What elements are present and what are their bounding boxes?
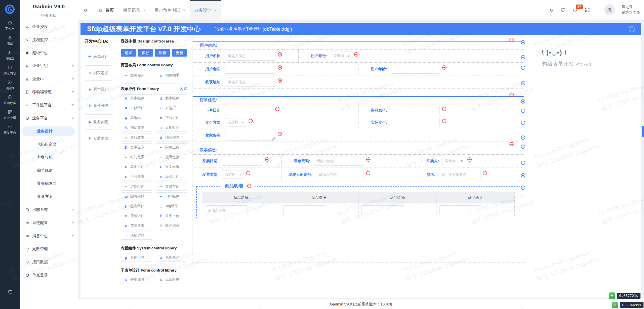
layout-component[interactable]: ↭ 栅格布局 (121, 71, 152, 80)
remove-field-icon[interactable] (467, 157, 472, 162)
remove-field-icon[interactable] (366, 171, 370, 175)
username-input[interactable] (225, 51, 275, 61)
phone-input[interactable] (225, 64, 275, 74)
action-button[interactable]: 保存 (138, 49, 153, 57)
paid-input[interactable] (391, 118, 440, 127)
row-remove-icon[interactable] (521, 99, 525, 104)
sidebar-item[interactable]: 流程监控 (20, 33, 78, 46)
row-remove-icon[interactable] (521, 55, 525, 59)
remove-detail-icon[interactable] (247, 184, 251, 188)
form-component[interactable]: ~ 进度组件 (121, 183, 152, 191)
action-button[interactable]: 更新 (172, 49, 187, 57)
rail-collapse-icon[interactable] (0, 289, 20, 295)
form-component[interactable]: ₢ Html控件 (156, 134, 187, 142)
app-logo[interactable] (4, 3, 16, 15)
sidebar-item[interactable]: 消息中心 (20, 229, 78, 242)
form-component[interactable]: ◑ 日期时间 (156, 124, 187, 132)
form-design-canvas[interactable]: 用户信息: 用户名称: 用户账号: 请选择 ∨ (192, 35, 526, 298)
tax-id-input[interactable] (316, 170, 364, 179)
invoice-code-input[interactable] (314, 156, 364, 166)
field-paid[interactable]: 实际支付: (358, 117, 524, 128)
form-component[interactable]: ≽ 签名组件 (121, 202, 152, 210)
subform-component[interactable]: § 添加附表 (156, 276, 187, 284)
sidebar-item[interactable]: 业务触发器 (20, 177, 78, 190)
rail-item[interactable]: 企业中枢 (4, 110, 16, 120)
row-remove-icon[interactable] (521, 66, 525, 70)
invoice-person-select[interactable]: 请选择 ∨ (442, 157, 465, 165)
sidebar-item[interactable]: 业务设计 (20, 125, 78, 138)
field-seller-note[interactable]: 卖家备注: (193, 129, 524, 142)
tab-close-icon[interactable]: × (215, 8, 217, 12)
sidebar-item[interactable]: 接口数据 (20, 255, 78, 269)
remove-field-icon[interactable] (278, 52, 282, 57)
field-age[interactable]: 用户年龄: (358, 63, 524, 75)
remove-field-icon[interactable] (249, 119, 253, 123)
scrollbar-thumb[interactable] (642, 126, 644, 137)
nav-button[interactable]: ☂ 表单设计 (85, 49, 112, 64)
rail-item[interactable]: 测试2 (6, 50, 14, 61)
invoice-type-select[interactable]: 请选择 ∨ (222, 170, 244, 179)
invoice-date-input[interactable] (222, 156, 263, 166)
remove-field-icon[interactable] (483, 171, 487, 175)
total-input[interactable] (391, 106, 440, 115)
row-remove-icon[interactable] (521, 136, 525, 140)
form-component[interactable]: § 级联组件 (156, 173, 187, 181)
sidebar-item[interactable]: 移动端管理 (20, 85, 78, 99)
system-component[interactable]: ρ 系统用户 (121, 254, 152, 262)
field-phone[interactable]: 用户电话: (193, 63, 358, 75)
rail-item[interactable]: 开发平台 (4, 124, 16, 135)
action-button[interactable]: 配置 (121, 49, 136, 57)
field-invoice-person[interactable]: 开票人: 请选择 ∨ (414, 155, 524, 167)
remove-field-icon[interactable] (278, 132, 282, 136)
form-component[interactable]: ≈ 时间范围 (121, 153, 152, 161)
form-component[interactable]: ↔ 超级链接 (156, 153, 187, 161)
detail-cell[interactable] (280, 203, 358, 217)
user-menu[interactable]: 流之云 系统管理员 (622, 4, 640, 15)
sidebar-item[interactable]: 系统配置 (20, 216, 78, 229)
field-username[interactable]: 用户名称: (193, 50, 299, 62)
detail-cell[interactable] (358, 203, 437, 217)
remove-field-icon[interactable] (278, 65, 282, 70)
form-component[interactable]: ↓ 地址选择 (121, 232, 152, 240)
rail-item[interactable]: 测试3 (6, 80, 14, 91)
tab-close-icon[interactable]: × (143, 8, 145, 12)
remove-field-icon[interactable] (366, 157, 371, 162)
form-component[interactable]: ☑ 多选框 (156, 104, 187, 112)
account-select[interactable]: 请选择 ∨ (331, 52, 352, 60)
form-component[interactable]: ½ 数字组件 (156, 94, 187, 102)
sidebar-item[interactable]: 业务平台 (20, 112, 78, 125)
collapse-menu-icon[interactable]: « (80, 6, 91, 14)
form-component[interactable]: ω Tag组件 (156, 202, 187, 210)
row-remove-icon[interactable] (521, 121, 525, 125)
form-component[interactable]: ≡ 下拉组件 (156, 114, 187, 122)
row-remove-icon[interactable] (521, 109, 525, 113)
detail-amount-input[interactable] (361, 205, 404, 215)
field-total[interactable]: 商品总价: (358, 105, 524, 116)
form-component[interactable]: Đ 穿透多选 (121, 222, 152, 230)
sidebar-item[interactable]: 日志系统 (20, 203, 78, 216)
sidebar-item[interactable]: 超级中心 (20, 46, 78, 59)
sidebar-item[interactable]: 方案导航 (20, 151, 78, 164)
field-account[interactable]: 用户账号: 请选择 ∨ (299, 50, 414, 62)
age-input[interactable] (391, 64, 440, 74)
row-remove-icon[interactable] (521, 186, 525, 190)
form-component[interactable]: A 文本组件 (121, 94, 152, 102)
field-sign[interactable]: 签名: (414, 168, 524, 181)
form-component[interactable]: ◉ 单选框 (121, 114, 152, 122)
remove-field-icon[interactable] (442, 65, 447, 70)
sidebar-item[interactable]: 编号规则 (20, 164, 78, 177)
form-component[interactable]: E 富文本框 (156, 163, 187, 171)
remove-field-icon[interactable] (442, 107, 446, 111)
field-order-date[interactable]: 下单日期: (193, 105, 358, 116)
sidebar-item[interactable]: 工作流平台 (20, 99, 78, 112)
notifications-button[interactable]: 57 (572, 7, 578, 13)
system-component[interactable]: Θ 系统角色 (156, 254, 187, 262)
sidebar-item[interactable]: 业务方案 (20, 190, 78, 203)
detail-total-input[interactable] (439, 205, 482, 215)
remove-field-icon[interactable] (265, 157, 269, 162)
form-component[interactable]: あ 文字显示 (121, 143, 152, 151)
remove-field-icon[interactable] (442, 119, 446, 123)
sidebar-item[interactable]: 单点登录 (20, 269, 78, 282)
field-tax-id[interactable]: 纳税人识别号: (281, 168, 414, 181)
form-component[interactable]: ✎ 颜色选择 (156, 222, 187, 230)
